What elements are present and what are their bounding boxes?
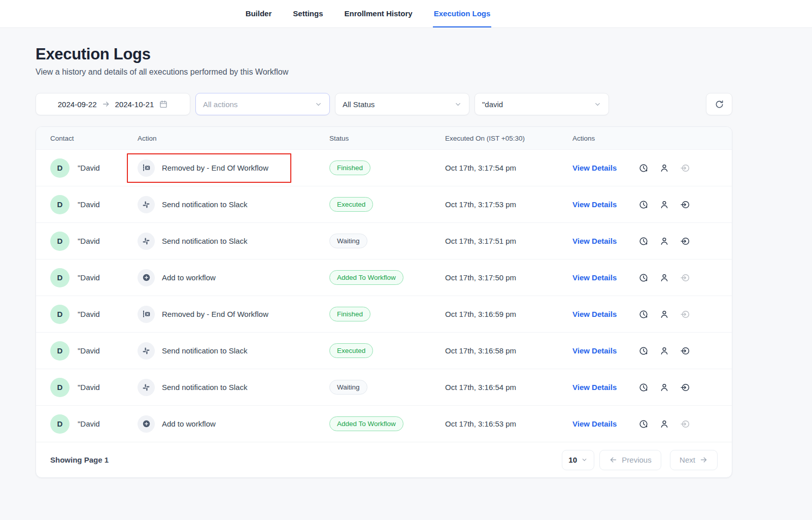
user-icon[interactable]: [659, 346, 669, 356]
user-icon[interactable]: [659, 382, 669, 393]
tab-execution-logs[interactable]: Execution Logs: [433, 0, 492, 27]
enrollment-log-icon: [680, 309, 690, 319]
history-icon[interactable]: [638, 309, 649, 319]
action-label: Send notification to Slack: [162, 383, 247, 392]
view-details-link[interactable]: View Details: [572, 383, 623, 392]
enrollment-log-icon[interactable]: [680, 236, 690, 246]
tab-list: Builder Settings Enrollment History Exec…: [245, 0, 492, 27]
history-icon[interactable]: [638, 346, 649, 356]
history-icon[interactable]: [638, 273, 649, 283]
date-from-value[interactable]: 2024-09-22: [58, 100, 97, 109]
column-header-actions: Actions: [572, 135, 718, 142]
tab-enrollment-history[interactable]: Enrollment History: [344, 0, 414, 27]
status-badge: Finished: [329, 160, 370, 176]
page-subtitle: View a history and details of all execut…: [36, 68, 732, 77]
date-range-filter[interactable]: 2024-09-22 2024-10-21: [36, 93, 190, 115]
history-icon[interactable]: [638, 382, 649, 393]
table-body: D "David Removed by - End Of Workflow Fi…: [36, 149, 732, 442]
column-header-action: Action: [138, 135, 329, 142]
contact-name: "David: [78, 273, 100, 282]
executed-on: Oct 17th, 3:16:54 pm: [445, 383, 572, 392]
status-cell: Waiting: [329, 380, 445, 395]
status-cell: Finished: [329, 307, 445, 322]
enrollment-log-icon[interactable]: [680, 200, 690, 210]
status-filter-value: All Status: [343, 100, 375, 109]
contact-search-select[interactable]: "david: [475, 93, 609, 115]
user-icon[interactable]: [659, 163, 669, 173]
action-cell: Add to workflow: [138, 269, 329, 286]
view-details-link[interactable]: View Details: [572, 237, 623, 245]
status-filter-select[interactable]: All Status: [335, 93, 469, 115]
table-row: D "David Send notification to Slack Wait…: [36, 369, 732, 405]
user-icon[interactable]: [659, 236, 669, 246]
view-details-link[interactable]: View Details: [572, 164, 623, 172]
view-details-link[interactable]: View Details: [572, 310, 623, 318]
executed-on: Oct 17th, 3:16:58 pm: [445, 346, 572, 355]
contact-name: "David: [78, 419, 100, 428]
status-cell: Executed: [329, 343, 445, 359]
action-label: Add to workflow: [162, 273, 216, 282]
status-badge: Added To Workflow: [329, 416, 403, 432]
action-cell: Send notification to Slack: [138, 196, 329, 213]
view-details-link[interactable]: View Details: [572, 346, 623, 355]
user-icon[interactable]: [659, 309, 669, 319]
action-cell: Send notification to Slack: [138, 233, 329, 250]
date-to-value[interactable]: 2024-10-21: [115, 100, 154, 109]
status-cell: Executed: [329, 197, 445, 212]
avatar: D: [50, 341, 70, 361]
action-cell: Removed by - End Of Workflow: [138, 306, 329, 323]
history-icon[interactable]: [638, 200, 649, 210]
view-details-link[interactable]: View Details: [572, 273, 623, 282]
page-title: Execution Logs: [36, 45, 732, 63]
action-label: Add to workflow: [162, 419, 216, 428]
previous-page-label: Previous: [622, 456, 651, 464]
avatar: D: [50, 195, 70, 214]
executed-on: Oct 17th, 3:16:53 pm: [445, 419, 572, 428]
add-to-workflow-icon: [138, 415, 155, 433]
previous-page-button[interactable]: Previous: [599, 450, 661, 470]
history-icon[interactable]: [638, 236, 649, 246]
next-page-button[interactable]: Next: [670, 450, 718, 470]
enrollment-log-icon[interactable]: [680, 382, 690, 393]
execution-logs-page: Execution Logs View a history and detail…: [36, 45, 732, 478]
tab-settings[interactable]: Settings: [292, 0, 324, 27]
enrollment-log-icon[interactable]: [680, 346, 690, 356]
history-icon[interactable]: [638, 419, 649, 429]
tab-builder[interactable]: Builder: [245, 0, 273, 27]
chevron-down-icon: [594, 101, 601, 108]
row-actions-cell: View Details: [572, 346, 718, 356]
contact-cell: D "David: [50, 305, 138, 324]
user-icon[interactable]: [659, 419, 669, 429]
execution-logs-table: Contact Action Status Executed On (IST +…: [36, 126, 732, 478]
action-cell: Send notification to Slack: [138, 379, 329, 396]
refresh-button[interactable]: [706, 93, 732, 115]
page-size-value: 10: [568, 456, 577, 464]
view-details-link[interactable]: View Details: [572, 419, 623, 428]
view-details-link[interactable]: View Details: [572, 200, 623, 209]
executed-on: Oct 17th, 3:17:53 pm: [445, 200, 572, 209]
avatar: D: [50, 414, 70, 434]
enrollment-log-icon: [680, 163, 690, 173]
showing-page-label: Showing Page 1: [50, 456, 109, 464]
contact-name: "David: [78, 383, 100, 392]
history-icon[interactable]: [638, 163, 649, 173]
column-header-executed-on: Executed On (IST +05:30): [445, 135, 572, 142]
contact-cell: D "David: [50, 195, 138, 214]
column-header-contact: Contact: [50, 135, 138, 142]
arrow-left-icon: [609, 456, 618, 464]
contact-name: "David: [78, 310, 100, 318]
table-footer: Showing Page 1 10 Previous Next: [36, 442, 732, 477]
slack-icon: [138, 233, 155, 250]
row-actions-cell: View Details: [572, 382, 718, 393]
contact-name: "David: [78, 164, 100, 172]
user-icon[interactable]: [659, 273, 669, 283]
row-actions-cell: View Details: [572, 309, 718, 319]
remove-from-workflow-icon: [138, 306, 155, 323]
slack-icon: [138, 196, 155, 213]
page-size-select[interactable]: 10: [562, 450, 594, 470]
actions-filter-select[interactable]: All actions: [195, 93, 330, 115]
user-icon[interactable]: [659, 200, 669, 210]
next-page-label: Next: [680, 456, 695, 464]
remove-from-workflow-icon: [138, 159, 155, 177]
actions-filter-placeholder: All actions: [203, 100, 238, 109]
